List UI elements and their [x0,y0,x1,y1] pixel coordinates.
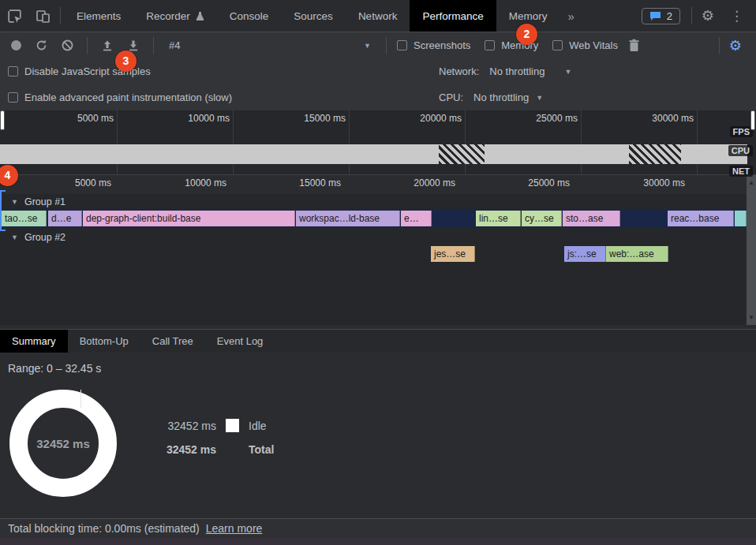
gridline [697,110,698,174]
vertical-scrollbar[interactable]: ▲ ▼ [747,175,756,325]
lane-label-cpu: CPU [728,145,753,156]
tab-console[interactable]: Console [217,0,282,32]
tab-summary[interactable]: Summary [0,330,68,353]
chat-bubble-icon [649,11,661,21]
gridline [349,110,350,174]
flame-bar[interactable]: reac…base [668,211,734,226]
checkbox-advanced-paint[interactable]: Enable advanced paint instrumentation (s… [8,91,232,103]
summary-legend: 32452 msIdle32452 msTotal [155,419,274,456]
gridline [117,110,118,174]
overview-left-handle[interactable] [0,110,5,130]
network-value: No throttling [489,65,545,77]
profile-select-value: #4 [169,39,180,51]
console-messages-button[interactable]: 2 [642,8,680,24]
flame-bar[interactable]: tao…se [2,211,47,226]
upload-profile-icon[interactable] [98,36,117,55]
overview-right-handle[interactable] [750,110,755,130]
cpu-hatch-segment [439,144,485,164]
tab-network[interactable]: Network [346,0,410,32]
flame-bar[interactable]: jes…se [431,246,475,262]
flamechart-ruler[interactable]: 5000 ms10000 ms15000 ms20000 ms25000 ms3… [0,175,747,194]
group-1-header[interactable]: ▼ Group #1 [11,196,65,207]
lane-label-net: NET [729,166,753,177]
learn-more-link[interactable]: Learn more [206,522,263,535]
legend-row: 32452 msTotal [155,442,274,456]
capture-checkboxes: ScreenshotsMemoryWeb Vitals [397,39,618,51]
tab-elements[interactable]: Elements [64,0,133,32]
selection-bracket [0,190,6,231]
record-button[interactable] [11,40,21,50]
notification-badge[interactable]: 3 [115,50,137,72]
overview-cpu-band [0,144,747,164]
tab-call-tree[interactable]: Call Tree [140,330,205,353]
checkbox-box [552,40,563,50]
gridline [581,110,582,174]
tick-label: 30000 ms [624,113,694,124]
scroll-down-icon[interactable]: ▼ [747,314,756,321]
notification-badge[interactable]: 2 [516,24,537,45]
cpu-throttling-select[interactable]: CPU: No throttling ▼ [439,91,543,103]
tick-label: 25000 ms [500,177,570,189]
tick-label: 20000 ms [392,113,462,124]
flame-bar[interactable]: lin…se [476,211,521,226]
triangle-down-icon: ▼ [11,233,18,241]
gridline [233,110,234,174]
footer-bar: Total blocking time: 0.00ms (estimated) … [0,518,756,538]
tick-label: 5000 ms [44,113,114,124]
trash-icon[interactable] [625,36,644,55]
capture-settings-gear-icon[interactable]: ⚙ [723,37,748,54]
cpu-label: CPU: [439,91,463,103]
clear-icon[interactable] [58,36,77,55]
profile-select[interactable]: #4 ▼ [164,39,376,51]
range-text: Range: 0 – 32.45 s [8,362,101,375]
flame-bar[interactable]: workspac…ld-base [296,211,400,226]
scroll-up-icon[interactable]: ▲ [747,179,756,186]
flask-icon [196,11,204,21]
chevron-down-icon: ▼ [536,94,543,102]
checkbox-web-vitals[interactable]: Web Vitals [552,39,618,51]
donut-center-label: 32452 ms [9,390,117,497]
flame-bar[interactable]: e… [401,211,432,226]
chevron-down-icon: ▼ [364,42,371,50]
legend-swatch [226,419,239,432]
divider [60,7,61,24]
tab-performance[interactable]: Performance [410,0,496,32]
inspect-element-button[interactable] [0,0,28,32]
checkbox-box [8,66,18,77]
tab-strip: ElementsRecorderConsoleSourcesNetworkPer… [64,0,560,32]
reload-and-record-button[interactable] [32,36,51,55]
settings-gear-icon[interactable]: ⚙ [695,7,720,24]
device-toolbar-icon[interactable] [28,0,57,32]
devtools-window: ElementsRecorderConsoleSourcesNetworkPer… [0,0,756,545]
tab-bottom-up[interactable]: Bottom-Up [68,330,140,353]
legend-label: Total [249,443,274,456]
flame-bar[interactable]: d…e [48,211,82,226]
flamechart[interactable]: ▼ Group #1 tao…sed…edep-graph-client:bui… [0,194,747,325]
desktop-strip [0,538,756,545]
messages-count: 2 [667,10,672,22]
flame-bar[interactable]: web:…ase [606,246,668,262]
network-throttling-select[interactable]: Network: No throttling ▼ [439,65,571,77]
tick-label: 5000 ms [42,177,111,189]
tab-event-log[interactable]: Event Log [205,330,275,353]
timeline-overview[interactable]: 5000 ms10000 ms15000 ms20000 ms25000 ms3… [0,110,756,175]
tabbar-right-cluster: 2 ⚙ ⋮ [642,7,756,24]
performance-controls: #4 ▼ ScreenshotsMemoryWeb Vitals ⚙ Disab… [0,32,756,110]
flame-bar[interactable]: sto…ase [563,211,620,226]
flame-bar[interactable]: js:…se [564,246,606,262]
total-blocking-time-text: Total blocking time: 0.00ms (estimated) [8,522,200,535]
kebab-menu-icon[interactable]: ⋮ [720,8,753,24]
performance-toolbar: #4 ▼ ScreenshotsMemoryWeb Vitals ⚙ [0,32,756,58]
flame-bar[interactable]: cy…se [522,211,562,226]
tab-sources[interactable]: Sources [281,0,346,32]
tick-label: 15000 ms [276,113,346,124]
tick-label: 30000 ms [616,177,685,189]
more-tabs-button[interactable]: » [560,9,582,23]
tick-label: 10000 ms [160,113,230,124]
group-2-label: Group #2 [24,232,65,243]
flame-bar[interactable] [735,211,747,226]
flame-bar[interactable]: dep-graph-client:build-base [83,211,295,226]
group-2-header[interactable]: ▼ Group #2 [11,232,65,243]
checkbox-screenshots[interactable]: Screenshots [397,39,470,51]
tab-recorder[interactable]: Recorder [133,0,217,32]
